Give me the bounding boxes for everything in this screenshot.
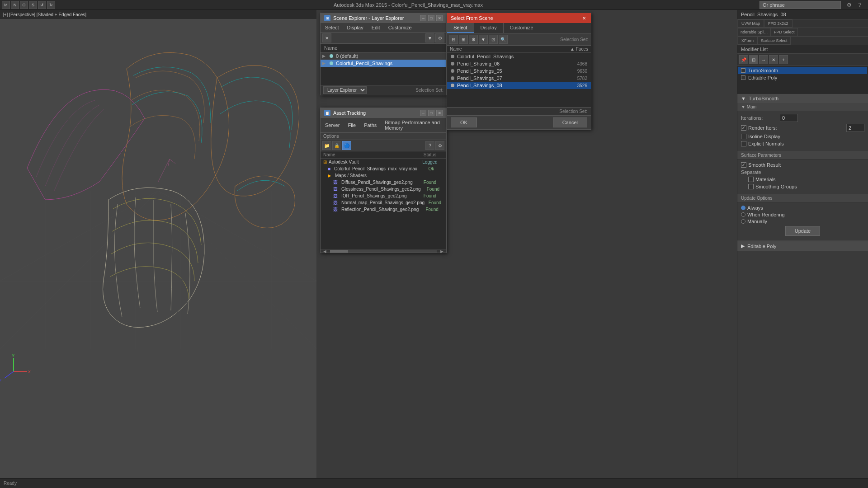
mod-check-editpoly[interactable] bbox=[741, 75, 745, 80]
at-close-btn[interactable]: ✕ bbox=[436, 110, 443, 116]
editpoly-section-header[interactable]: ▶ Editable Poly bbox=[737, 241, 868, 251]
undo-btn[interactable]: ↺ bbox=[38, 1, 46, 9]
at-minimize-btn[interactable]: ─ bbox=[420, 110, 426, 116]
mod-pin-btn[interactable]: 📌 bbox=[739, 55, 748, 64]
isoline-check[interactable] bbox=[741, 134, 746, 139]
at-btn1[interactable]: 📁 bbox=[322, 141, 331, 150]
se-filter-btn[interactable]: ▼ bbox=[425, 33, 434, 42]
at-item-vault[interactable]: ⊞ Autodesk Vault Logged bbox=[321, 159, 446, 165]
app-icon[interactable]: M bbox=[2, 1, 10, 9]
at-item-diffuse[interactable]: 🖼 Diffuse_Pencil_Shavings_geo2.png Found bbox=[321, 179, 446, 186]
radio-manually-circle[interactable] bbox=[741, 219, 745, 224]
sfs-tab-select[interactable]: Select bbox=[447, 23, 474, 33]
maximize-btn[interactable]: □ bbox=[428, 15, 434, 21]
at-maximize-btn[interactable]: □ bbox=[428, 110, 434, 116]
radio-when-rendering[interactable]: When Rendering bbox=[741, 212, 864, 217]
at-scroll-thumb[interactable] bbox=[330, 250, 348, 253]
at-menu-bitmap[interactable]: Bitmap Performance and Memory bbox=[383, 119, 443, 131]
minimize-btn[interactable]: ─ bbox=[420, 15, 426, 21]
at-item-ior[interactable]: 🖼 IOR_Pencil_Shavings_geo2.png Found bbox=[321, 192, 446, 199]
close-btn[interactable]: ✕ bbox=[436, 15, 443, 21]
mod-tab-fpd[interactable]: FPD 2x2x2 bbox=[764, 19, 793, 28]
mod-tab-surface-select[interactable]: Surface Select bbox=[758, 37, 791, 45]
radio-always-circle[interactable] bbox=[741, 206, 745, 210]
turbosmooth-section-header[interactable]: ▼ TurboSmooth bbox=[737, 93, 868, 103]
sfs-titlebar[interactable]: Select From Scene ✕ bbox=[447, 13, 591, 23]
at-item-glossiness[interactable]: 🖼 Glossiness_Pencil_Shavings_geo2.png Fo… bbox=[321, 186, 446, 192]
redo-btn[interactable]: ↻ bbox=[47, 1, 55, 9]
at-scroll-left[interactable]: ◄ bbox=[321, 249, 329, 254]
se-menu-select[interactable]: Select bbox=[323, 24, 341, 31]
at-help-btn[interactable]: ? bbox=[425, 141, 434, 150]
materials-check[interactable] bbox=[748, 177, 754, 182]
se-menu-edit[interactable]: Edit bbox=[370, 24, 382, 31]
render-iters-check[interactable] bbox=[741, 125, 746, 131]
surface-params-header[interactable]: Surface Parameters bbox=[737, 151, 868, 160]
radio-manually[interactable]: Manually bbox=[741, 219, 864, 224]
sfs-cancel-btn[interactable]: Cancel bbox=[553, 117, 587, 127]
settings-icon[interactable]: ⚙ bbox=[844, 0, 854, 9]
update-button[interactable]: Update bbox=[785, 226, 820, 236]
explicit-normals-check[interactable] bbox=[741, 141, 746, 146]
mod-item-editpoly[interactable]: Editable Poly bbox=[738, 74, 867, 81]
at-item-reflection[interactable]: 🖼 Reflection_Pencil_Shavings_geo2.png Fo… bbox=[321, 206, 446, 213]
sfs-btn3[interactable]: ⚙ bbox=[469, 35, 478, 44]
layer-item-colorful[interactable]: ▶ Colorful_Pencil_Shavings bbox=[321, 60, 446, 67]
at-item-normal[interactable]: 🖼 Normal_map_Pencil_Shavings_geo2.png Fo… bbox=[321, 199, 446, 206]
help-icon[interactable]: ? bbox=[855, 0, 864, 9]
sfs-obj-shaving06[interactable]: Pencil_Shaving_06 4368 bbox=[447, 60, 591, 67]
sfs-tab-display[interactable]: Display bbox=[474, 23, 504, 33]
mod-cfg-btn[interactable]: ⊟ bbox=[749, 55, 758, 64]
save-btn[interactable]: S bbox=[29, 1, 37, 9]
turbosmooth-main-header[interactable]: ▼ Main bbox=[737, 103, 868, 111]
mod-tab-uvw[interactable]: UVW Map bbox=[737, 19, 764, 28]
at-scroll-right[interactable]: ► bbox=[438, 249, 446, 254]
at-menu-paths[interactable]: Paths bbox=[362, 122, 378, 129]
open-btn[interactable]: O bbox=[20, 1, 28, 9]
search-input[interactable] bbox=[760, 1, 841, 9]
se-menu-display[interactable]: Display bbox=[345, 24, 365, 31]
radio-always[interactable]: Always bbox=[741, 205, 864, 211]
scene-canvas[interactable]: X Y Z bbox=[0, 10, 316, 488]
iterations-input[interactable] bbox=[780, 114, 798, 122]
mod-del-btn[interactable]: ✕ bbox=[769, 55, 778, 64]
mod-check-turbosmooth[interactable] bbox=[741, 68, 745, 73]
update-options-header[interactable]: Update Options bbox=[737, 194, 868, 202]
smoothing-groups-check[interactable] bbox=[748, 184, 754, 189]
sfs-btn6[interactable]: 🔍 bbox=[499, 35, 508, 44]
sfs-ok-btn[interactable]: OK bbox=[451, 117, 477, 127]
sfs-btn5[interactable]: ⊡ bbox=[489, 35, 498, 44]
render-iters-input[interactable] bbox=[846, 124, 864, 132]
mod-tab-spline[interactable]: nderable Spli... bbox=[737, 28, 771, 36]
sfs-btn2[interactable]: ⊞ bbox=[459, 35, 468, 44]
se-close-toolbar-btn[interactable]: ✕ bbox=[322, 33, 331, 42]
scene-explorer-titlebar[interactable]: ⊞ Scene Explorer - Layer Explorer ─ □ ✕ bbox=[321, 13, 446, 23]
at-scroll-track[interactable] bbox=[330, 250, 437, 253]
at-scrollbar[interactable]: ◄ ► bbox=[321, 249, 446, 253]
sfs-tab-customize[interactable]: Customize bbox=[504, 23, 540, 33]
mod-add-btn[interactable]: + bbox=[779, 55, 788, 64]
at-item-maxfile[interactable]: ■ Colorful_Pencil_Shavings_max_vray.max … bbox=[321, 165, 446, 172]
sfs-obj-shavings05[interactable]: Pencil_Shavings_05 9630 bbox=[447, 67, 591, 75]
sfs-btn4[interactable]: ▼ bbox=[479, 35, 488, 44]
at-item-maps[interactable]: ▶ Maps / Shaders bbox=[321, 172, 446, 179]
mod-item-turbosmooth[interactable]: TurboSmooth bbox=[738, 67, 867, 74]
at-btn3[interactable]: 🔵 bbox=[342, 141, 351, 150]
new-btn[interactable]: N bbox=[11, 1, 19, 9]
sfs-obj-shavings07[interactable]: Pencil_Shavings_07 5782 bbox=[447, 75, 591, 82]
at-settings-btn[interactable]: ⚙ bbox=[435, 141, 444, 150]
sfs-close-btn[interactable]: ✕ bbox=[581, 15, 587, 21]
se-menu-customize[interactable]: Customize bbox=[387, 24, 414, 31]
sfs-obj-shavings08[interactable]: Pencil_Shavings_08 3526 bbox=[447, 82, 591, 89]
sfs-btn1[interactable]: ⊟ bbox=[449, 35, 458, 44]
layer-item-default[interactable]: ▶ 0 (default) bbox=[321, 52, 446, 60]
mod-arrow-btn[interactable]: → bbox=[759, 55, 768, 64]
at-menu-server[interactable]: Server bbox=[323, 122, 341, 129]
mod-tab-fpd-select[interactable]: FPD Select bbox=[771, 28, 798, 36]
at-menu-file[interactable]: File bbox=[346, 122, 358, 129]
sfs-obj-colorful[interactable]: Colorful_Pencil_Shavings bbox=[447, 53, 591, 60]
radio-when-rendering-circle[interactable] bbox=[741, 212, 745, 217]
se-settings-btn[interactable]: ⚙ bbox=[435, 33, 444, 42]
smooth-result-check[interactable] bbox=[741, 162, 746, 168]
mod-tab-xform[interactable]: XForm bbox=[737, 37, 758, 45]
